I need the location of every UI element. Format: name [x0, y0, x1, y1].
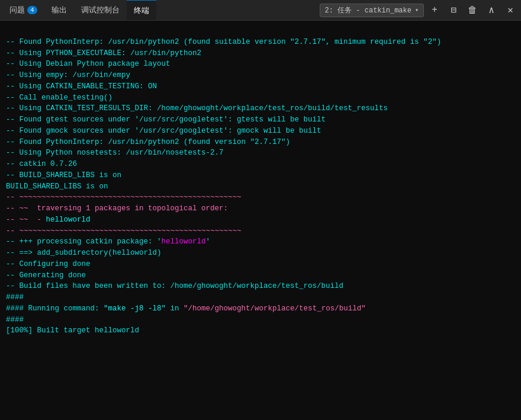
terminal-line: -- Generating done	[6, 270, 515, 281]
tab-debug-console-label: 调试控制台	[81, 5, 120, 15]
tab-right-controls: 2: 任务 - catkin_make ▾ + ⊟ 🗑 ∧ ✕	[320, 2, 519, 18]
terminal-line: -- BUILD_SHARED_LIBS is on	[6, 170, 515, 181]
terminal-line: -- Using CATKIN_ENABLE_TESTING: ON	[6, 81, 515, 92]
terminal-line: -- Using Debian Python package layout	[6, 59, 515, 70]
terminal-line: [100%] Built target helloworld	[6, 325, 515, 336]
terminal-line: -- Found PythonInterp: /usr/bin/python2 …	[6, 37, 515, 48]
add-terminal-button[interactable]: +	[426, 2, 443, 18]
terminal-line: -- Found gmock sources under '/usr/src/g…	[6, 126, 515, 137]
terminal-line: -- catkin 0.7.26	[6, 159, 515, 170]
tab-problems-label: 问题	[9, 5, 25, 15]
tab-debug-console[interactable]: 调试控制台	[74, 0, 127, 20]
terminal-line: BUILD_SHARED_LIBS is on	[6, 181, 515, 193]
tab-terminal[interactable]: 终端	[127, 0, 156, 20]
terminal-line: -- Using Python nosetests: /usr/bin/nose…	[6, 148, 515, 159]
terminal-line: -- Using CATKIN_TEST_RESULTS_DIR: /home/…	[6, 103, 515, 114]
delete-terminal-button[interactable]: 🗑	[464, 2, 481, 18]
terminal-line: ####	[6, 315, 515, 326]
terminal-line: -- Using PYTHON_EXECUTABLE: /usr/bin/pyt…	[6, 48, 515, 59]
tab-problems[interactable]: 问题 4	[2, 0, 44, 20]
close-panel-button[interactable]: ✕	[502, 2, 519, 18]
task-selector[interactable]: 2: 任务 - catkin_make ▾	[320, 4, 424, 17]
terminal-line: -- +++ processing catkin package: 'hello…	[6, 236, 515, 248]
terminal-line: -- ~~~~~~~~~~~~~~~~~~~~~~~~~~~~~~~~~~~~~…	[6, 226, 515, 237]
terminal-line: -- ==> add_subdirectory(helloworld)	[6, 248, 515, 259]
terminal-line: -- Found PythonInterp: /usr/bin/python2 …	[6, 137, 515, 148]
tab-output-label: 输出	[52, 5, 67, 15]
terminal-output: -- Found PythonInterp: /usr/bin/python2 …	[0, 21, 521, 420]
terminal-line: -- Found gtest sources under '/usr/src/g…	[6, 114, 515, 126]
terminal-line: #### Running command: "make -j8 -l8" in …	[6, 303, 515, 315]
chevron-down-icon: ▾	[415, 7, 419, 14]
terminal-line: ####	[6, 292, 515, 303]
terminal-line: -- Call enable_testing()	[6, 92, 515, 104]
terminal-line: -- ~~ traversing 1 packages in topologic…	[6, 203, 515, 214]
terminal-line: -- Configuring done	[6, 259, 515, 270]
terminal-line: -- ~~ - helloworld	[6, 214, 515, 226]
terminal-line: -- ~~~~~~~~~~~~~~~~~~~~~~~~~~~~~~~~~~~~~…	[6, 192, 515, 203]
split-terminal-button[interactable]: ⊟	[445, 2, 462, 18]
tab-output[interactable]: 输出	[44, 0, 74, 20]
tab-problems-badge: 4	[27, 6, 37, 14]
tab-terminal-label: 终端	[134, 5, 149, 16]
tab-bar: 问题 4 输出 调试控制台 终端 2: 任务 - catkin_make ▾ +…	[0, 0, 521, 21]
collapse-panel-button[interactable]: ∧	[483, 2, 500, 18]
terminal-line: -- Using empy: /usr/bin/empy	[6, 70, 515, 81]
task-selector-label: 2: 任务 - catkin_make	[325, 5, 411, 15]
terminal-line: -- Build files have been written to: /ho…	[6, 281, 515, 292]
